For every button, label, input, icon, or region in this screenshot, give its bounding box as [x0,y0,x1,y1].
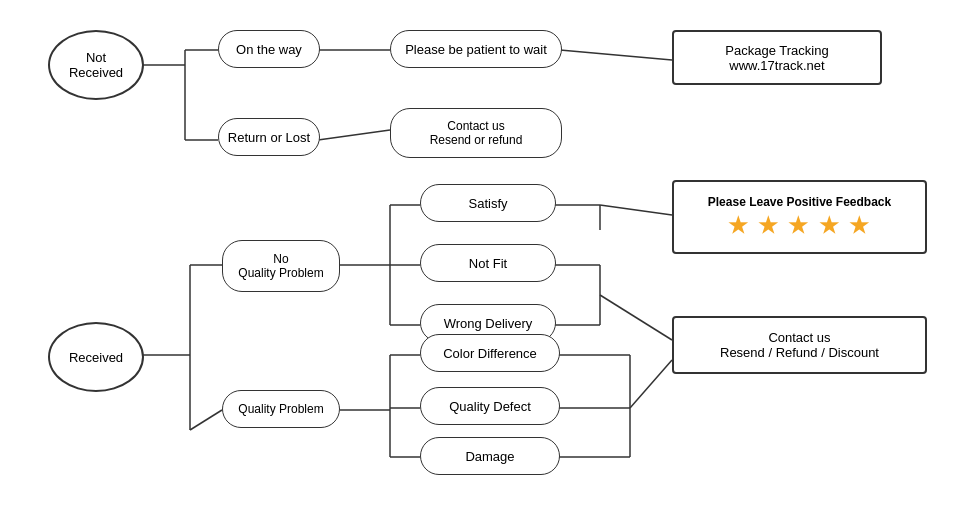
satisfy-node: Satisfy [420,184,556,222]
color-diff-node: Color Difference [420,334,560,372]
package-tracking-node: Package Tracking www.17track.net [672,30,882,85]
svg-line-30 [630,360,672,408]
svg-line-20 [600,205,672,215]
contact-resend-refund-node: Contact us Resend / Refund / Discount [672,316,927,374]
no-quality-node: No Quality Problem [222,240,340,292]
damage-node: Damage [420,437,560,475]
diagram: Not Received On the way Return or Lost P… [0,0,960,513]
not-received-node: Not Received [48,30,144,100]
be-patient-node: Please be patient to wait [390,30,562,68]
feedback-node: Please Leave Positive Feedback ★ ★ ★ ★ ★ [672,180,927,254]
quality-problem-node: Quality Problem [222,390,340,428]
svg-line-32 [600,295,672,340]
not-fit-node: Not Fit [420,244,556,282]
received-node: Received [48,322,144,392]
stars: ★ ★ ★ ★ ★ [728,213,870,239]
return-or-lost-node: Return or Lost [218,118,320,156]
svg-line-6 [318,130,390,140]
quality-defect-node: Quality Defect [420,387,560,425]
svg-line-5 [560,50,672,60]
on-the-way-node: On the way [218,30,320,68]
contact-resend-node: Contact us Resend or refund [390,108,562,158]
svg-line-10 [190,410,222,430]
